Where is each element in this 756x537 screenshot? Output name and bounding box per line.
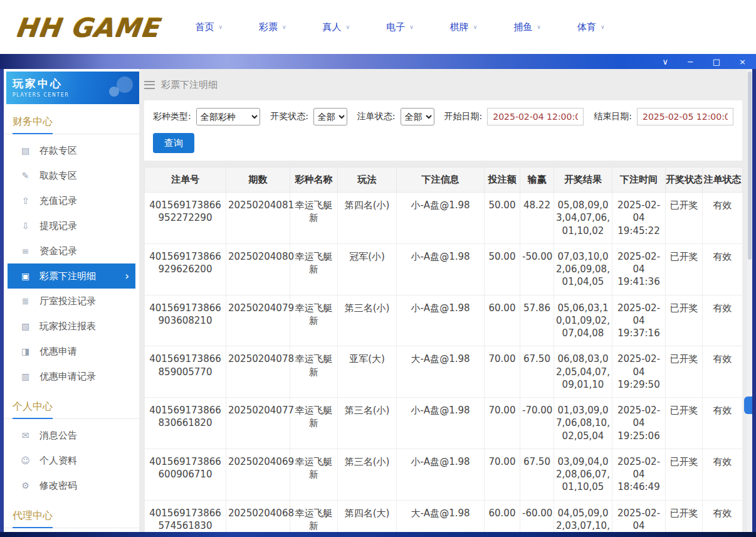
sidebar-item-change-password[interactable]: ⚙修改密码 — [8, 473, 135, 498]
table-cell: 大-A盘@1.98 — [397, 346, 485, 398]
window-bottom-border — [0, 532, 756, 537]
sidebar-item-deposit[interactable]: ▤存款专区 — [8, 138, 135, 163]
table-cell: 已开奖 — [666, 295, 703, 346]
nav-item-label: 首页 — [195, 21, 214, 33]
sidebar-item-profile[interactable]: ☺个人资料 — [8, 448, 135, 473]
person-icon: ☺ — [20, 455, 31, 465]
table-cell: 已开奖 — [666, 346, 703, 398]
table-row: 40156917386683066182020250204077幸运飞艇新第三名… — [145, 398, 743, 449]
table-cell: 50.00 — [485, 193, 520, 244]
column-header: 输赢 — [520, 167, 554, 193]
sidebar-item-lottery-bet-details[interactable]: ▣彩票下注明细› — [8, 263, 135, 289]
table-cell: 幸运飞艇新 — [290, 449, 338, 500]
table-cell: 20250204079 — [226, 295, 290, 346]
nav-item-board-games[interactable]: 棋牌∨ — [450, 21, 478, 33]
table-cell: 第四名(大) — [338, 500, 397, 532]
nav-item-live[interactable]: 真人∨ — [323, 21, 350, 33]
gear-icon: ⚙ — [20, 481, 31, 491]
table-cell: 20250204069 — [226, 449, 290, 500]
vertical-scrollbar[interactable] — [747, 69, 752, 532]
table-cell: 04,05,09,02,03,07,10,06,01,08 — [554, 500, 612, 532]
scrollbar-thumb[interactable] — [748, 72, 752, 260]
bets-table: 注单号期数彩种名称玩法下注信息投注额输赢开奖结果下注时间开奖状态注单状态 401… — [144, 167, 742, 532]
table-row: 40156917386692962620020250204080幸运飞艇新冠军(… — [145, 243, 743, 295]
order-status-select[interactable]: 全部 — [401, 108, 434, 125]
brand-logo-text: HH GAME — [13, 12, 160, 43]
chevron-down-icon: ∨ — [346, 24, 350, 30]
gamepad-decoration — [100, 74, 135, 103]
sidebar-section: 个人中心✉消息公告☺个人资料⚙修改密码 — [4, 396, 139, 498]
start-date-input[interactable] — [487, 108, 584, 125]
table-cell: 70.00 — [485, 346, 520, 398]
sidebar-item-label: 修改密码 — [39, 480, 77, 492]
table-cell: 第四名(小) — [338, 193, 397, 244]
table-cell: 有效 — [703, 243, 743, 295]
chevron-down-icon: ∨ — [601, 24, 605, 30]
top-header: HH GAME 首页∨彩票∨真人∨电子∨棋牌∨捕鱼∨体育∨ — [0, 0, 756, 54]
minimize-button[interactable]: − — [687, 58, 694, 66]
table-cell: 幸运飞艇新 — [290, 193, 338, 244]
sidebar-item-recharge-records[interactable]: ⇧充值记录 — [8, 188, 135, 213]
sidebar-item-label: 厅室投注记录 — [39, 295, 96, 307]
table-cell: 有效 — [703, 193, 743, 244]
table-cell: -60.00 — [520, 500, 554, 532]
table-cell: 小-A盘@1.98 — [397, 295, 485, 346]
column-header: 期数 — [226, 167, 290, 193]
table-cell: 401569173866830661820 — [145, 398, 226, 449]
sidebar-item-label: 优惠申请记录 — [39, 371, 96, 383]
sidebar-item-fund-records[interactable]: ≡资金记录 — [8, 238, 135, 263]
draw-status-select[interactable]: 全部 — [313, 108, 347, 125]
sidebar-item-label: 优惠申请 — [39, 346, 77, 358]
sidebar-item-promo-apply-records[interactable]: ▥优惠申请记录 — [8, 364, 135, 389]
table-cell: 幸运飞艇新 — [290, 500, 338, 532]
sidebar-item-withdraw[interactable]: ✎取款专区 — [8, 163, 135, 188]
nav-item-home[interactable]: 首页∨ — [195, 21, 223, 33]
table-cell: 60.00 — [485, 500, 520, 532]
brand-logo[interactable]: HH GAME — [15, 12, 159, 43]
nav-item-label: 棋牌 — [450, 21, 469, 33]
chevron-down-icon: ∨ — [473, 24, 478, 30]
menu-toggle-icon[interactable] — [144, 81, 155, 89]
sidebar-item-label: 个人资料 — [39, 455, 77, 467]
close-button[interactable]: × — [739, 58, 746, 66]
sidebar-section: 财务中心▤存款专区✎取款专区⇧充值记录⇩提现记录≡资金记录▣彩票下注明细›≣厅室… — [4, 112, 139, 389]
sidebar-item-withdrawal-records[interactable]: ⇩提现记录 — [8, 213, 135, 238]
sidebar-section: 代理中心▨代理规则说明 — [4, 506, 139, 532]
nav-item-electronic[interactable]: 电子∨ — [386, 21, 414, 33]
column-header: 开奖状态 — [666, 167, 703, 193]
nav-item-fishing[interactable]: 捕鱼∨ — [513, 21, 541, 33]
search-button[interactable]: 查询 — [153, 133, 194, 153]
nav-item-sports[interactable]: 体育∨ — [577, 21, 605, 33]
collapse-button[interactable]: ∨ — [662, 58, 668, 66]
table-cell: 已开奖 — [666, 193, 703, 244]
floating-service-tab[interactable] — [744, 396, 752, 414]
column-header: 开奖结果 — [554, 167, 612, 193]
table-cell: 401569173866903608210 — [145, 295, 226, 346]
sidebar-item-promo-apply[interactable]: ◨优惠申请 — [8, 339, 135, 364]
withdraw-icon: ✎ — [20, 171, 31, 181]
table-cell: 2025-02-04 18:42:25 — [612, 500, 666, 532]
table-cell: 第三名(小) — [338, 295, 397, 346]
table-cell: 小-A盘@1.98 — [397, 243, 485, 295]
table-row: 40156917386657456183020250204068幸运飞艇新第四名… — [145, 500, 743, 532]
column-header: 玩法 — [338, 167, 397, 193]
table-cell: 401569173866859005770 — [145, 346, 226, 398]
nav-item-lottery[interactable]: 彩票∨ — [259, 21, 286, 33]
sidebar-item-messages[interactable]: ✉消息公告 — [8, 423, 135, 448]
sidebar-item-player-bet-report[interactable]: ▧玩家投注报表 — [8, 314, 135, 339]
table-cell: 01,03,09,07,06,08,10,02,05,04 — [554, 398, 612, 449]
table-cell: 20250204068 — [226, 500, 290, 532]
table-cell: 已开奖 — [666, 243, 703, 295]
chevron-down-icon: ∨ — [537, 24, 541, 30]
end-date-input[interactable] — [637, 108, 733, 125]
table-cell: 已开奖 — [666, 398, 703, 449]
sidebar-item-hall-bet-records[interactable]: ≣厅室投注记录 — [8, 289, 135, 314]
chevron-down-icon: ∨ — [282, 24, 286, 30]
draw-status-label: 开奖状态: — [270, 111, 308, 122]
table-cell: 幸运飞艇新 — [290, 346, 338, 398]
table-cell: 第三名(小) — [338, 398, 397, 449]
table-body: 40156917386695227229020250204081幸运飞艇新第四名… — [145, 193, 743, 533]
lottery-bet-details-icon: ▣ — [20, 271, 31, 281]
maximize-button[interactable]: □ — [713, 58, 720, 66]
lottery-type-select[interactable]: 全部彩种 — [196, 108, 260, 125]
